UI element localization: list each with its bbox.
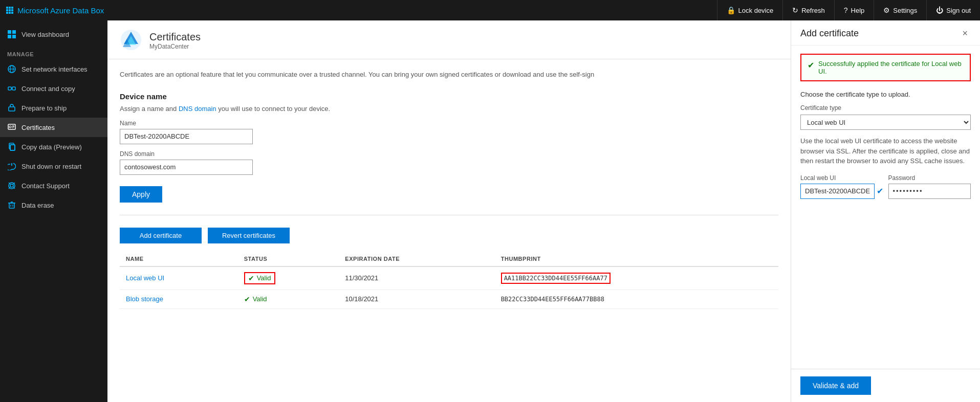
page-title: Certificates [149, 31, 201, 43]
right-panel-title: Add certificate [800, 28, 859, 39]
sidebar-item-network[interactable]: Set network interfaces [0, 59, 107, 79]
sidebar-item-certificates[interactable]: Certificates [0, 118, 107, 137]
dns-field: DNS domain [120, 150, 778, 175]
sidebar-item-connect[interactable]: Connect and copy [0, 79, 107, 98]
support-icon [7, 181, 16, 190]
name-label: Name [120, 120, 778, 127]
close-panel-button[interactable]: × [959, 28, 971, 39]
sign-out-button[interactable]: ⏻ Sign out [926, 0, 980, 20]
svg-point-20 [10, 184, 13, 187]
sidebar-section-manage: MANAGE [0, 44, 107, 59]
local-web-ui-input-wrapper: ✔ [800, 184, 883, 199]
cert-link-blob[interactable]: Blob storage [126, 295, 163, 303]
name-input[interactable] [120, 129, 253, 144]
validate-add-button[interactable]: Validate & add [800, 376, 871, 395]
revert-certificates-button[interactable]: Revert certificates [208, 228, 290, 243]
cert-icon [7, 123, 16, 132]
certificates-table: NAME STATUS EXPIRATION DATE THUMBPRINT L… [120, 252, 778, 309]
apply-button[interactable]: Apply [120, 186, 162, 203]
section-divider [120, 215, 778, 215]
local-web-ui-label: Local web UI [800, 174, 883, 182]
page-subtitle: MyDataCenter [149, 43, 201, 50]
app-grid-icon [6, 7, 13, 14]
sidebar-item-support[interactable]: Contact Support [0, 176, 107, 195]
svg-rect-1 [12, 30, 16, 34]
svg-rect-8 [12, 87, 15, 90]
sidebar-item-erase[interactable]: Data erase [0, 195, 107, 215]
device-name-title: Device name [120, 92, 778, 101]
cert-buttons: Add certificate Revert certificates [120, 228, 778, 243]
page-description: Certificates are an optional feature tha… [120, 70, 778, 80]
col-status: STATUS [238, 252, 339, 266]
svg-rect-17 [10, 145, 15, 150]
status-dot-icon: ✔ [248, 274, 254, 282]
sidebar-item-prepare[interactable]: Prepare to ship [0, 98, 107, 118]
dns-link[interactable]: DNS domain [179, 105, 216, 113]
cert-status-blob: ✔ Valid [238, 289, 339, 308]
password-field: Password [888, 174, 971, 199]
thumbprint-bordered: AA11BB22CC33DD44EE55FF66AA77 [501, 273, 611, 284]
top-bar-actions: 🔒 Lock device ↻ Refresh ? Help ⚙ Setting… [717, 0, 980, 20]
dashboard-icon [7, 30, 16, 39]
network-icon [7, 64, 16, 74]
svg-rect-2 [8, 35, 11, 38]
local-web-ui-input[interactable] [800, 184, 875, 199]
table-row: Local web UI ✔ Valid 11/30/2021 AA11BB22… [120, 266, 778, 290]
cert-type-description: Use the local web UI certificate to acce… [800, 136, 971, 166]
svg-rect-7 [8, 87, 11, 90]
prepare-icon [7, 103, 16, 113]
help-icon: ? [844, 6, 848, 14]
sidebar: View dashboard MANAGE Set network interf… [0, 20, 107, 402]
choose-cert-label: Choose the certificate type to upload. [800, 91, 971, 98]
svg-rect-25 [9, 203, 14, 208]
page-header-text: Certificates MyDataCenter [149, 31, 201, 50]
sidebar-item-shutdown[interactable]: Shut down or restart [0, 157, 107, 176]
local-web-ui-field: Local web UI ✔ [800, 174, 883, 199]
cert-name-localwebui: Local web UI [120, 266, 238, 290]
col-thumbprint: THUMBPRINT [495, 252, 778, 266]
copy-icon [7, 142, 16, 151]
cert-expiration-localwebui: 11/30/2021 [339, 266, 494, 290]
cert-name-blob: Blob storage [120, 289, 238, 308]
table-row: Blob storage ✔ Valid 10/18/2021 BB22CC33… [120, 289, 778, 308]
col-name: NAME [120, 252, 238, 266]
svg-rect-3 [12, 35, 16, 38]
dns-input[interactable] [120, 160, 253, 175]
top-bar: Microsoft Azure Data Box 🔒 Lock device ↻… [0, 0, 980, 20]
page-header-icon [120, 29, 142, 53]
svg-rect-0 [8, 30, 11, 34]
app-title: Microsoft Azure Data Box [6, 6, 104, 15]
name-field: Name [120, 120, 778, 144]
lock-device-button[interactable]: 🔒 Lock device [717, 0, 783, 20]
cert-thumb-localwebui: AA11BB22CC33DD44EE55FF66AA77 [495, 266, 778, 290]
help-button[interactable]: ? Help [834, 0, 874, 20]
cert-type-label: Certificate type [800, 104, 971, 111]
refresh-button[interactable]: ↻ Refresh [782, 0, 834, 20]
check-icon: ✔ [877, 186, 883, 196]
lock-icon: 🔒 [727, 6, 735, 14]
success-icon: ✔ [808, 60, 814, 70]
cert-expiration-blob: 10/18/2021 [339, 289, 494, 308]
svg-rect-10 [9, 107, 15, 111]
sidebar-item-copydata[interactable]: Copy data (Preview) [0, 137, 107, 157]
refresh-icon: ↻ [792, 6, 798, 14]
status-badge-valid-bordered: ✔ Valid [244, 272, 275, 284]
success-banner: ✔ Successfully applied the certificate f… [800, 54, 971, 81]
settings-button[interactable]: ⚙ Settings [874, 0, 926, 20]
content-area: Certificates MyDataCenter Certificates a… [107, 20, 791, 402]
table-body: Local web UI ✔ Valid 11/30/2021 AA11BB22… [120, 266, 778, 309]
erase-icon [7, 200, 16, 210]
sidebar-item-dashboard[interactable]: View dashboard [0, 25, 107, 44]
cert-status-localwebui: ✔ Valid [238, 266, 339, 290]
status-badge-valid: ✔ Valid [244, 295, 267, 303]
password-input[interactable] [888, 184, 971, 199]
table-header: NAME STATUS EXPIRATION DATE THUMBPRINT [120, 252, 778, 266]
cert-link-localwebui[interactable]: Local web UI [126, 274, 164, 282]
add-certificate-button[interactable]: Add certificate [120, 228, 202, 243]
cert-type-select[interactable]: Local web UI Blob storage Azure Resource… [800, 115, 971, 130]
settings-icon: ⚙ [883, 6, 890, 14]
right-panel: Add certificate × ✔ Successfully applied… [791, 20, 980, 402]
device-name-desc: Assign a name and DNS domain you will us… [120, 105, 778, 113]
svg-point-12 [9, 126, 11, 128]
right-panel-body: ✔ Successfully applied the certificate f… [791, 46, 980, 369]
